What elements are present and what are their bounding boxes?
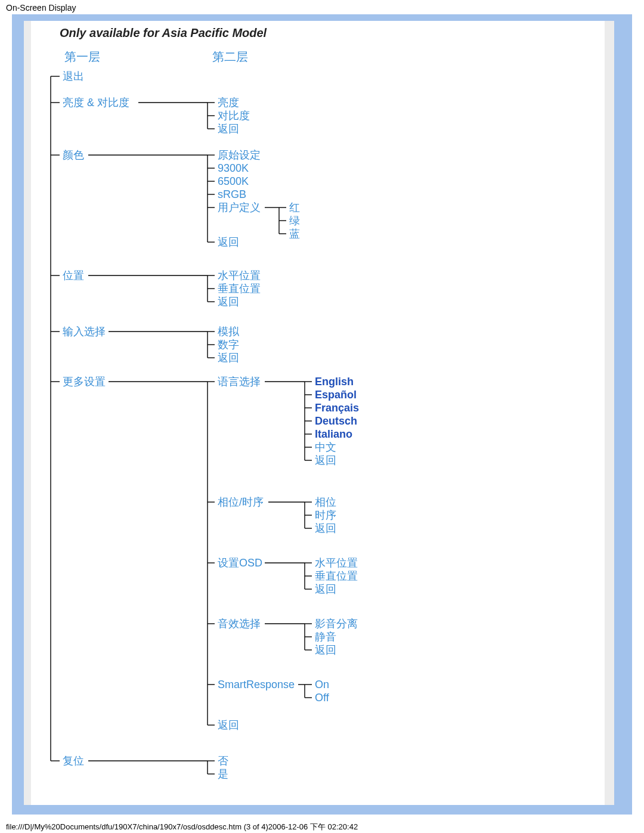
col2-osd: 设置OSD [218,557,262,569]
col3-return-ph: 返回 [315,522,336,534]
col2-return5: 返回 [218,719,239,731]
col2-k65: 6500K [218,175,249,187]
col2-analog: 模拟 [218,326,240,337]
col3-return-au: 返回 [315,644,336,656]
col3-b: 蓝 [289,228,300,240]
col2-yes: 是 [218,768,228,780]
col2-srgb: sRGB [218,188,246,200]
col3-en: English [315,376,354,388]
col2-lang: 语言选择 [218,376,261,388]
col2-user: 用户定义 [218,202,261,213]
col3-return-osd: 返回 [315,583,336,595]
col2-vpos: 垂直位置 [218,283,261,295]
col3-ph: 相位 [315,496,336,508]
col3-sep: 影音分离 [315,618,358,630]
col3-mute: 静音 [315,631,336,643]
col3-clk: 时序 [315,509,336,521]
col3-es: Español [315,389,357,401]
col2-audio: 音效选择 [218,618,261,630]
col3-cn: 中文 [315,441,336,453]
col3-it: Italiano [315,428,352,440]
col2-contrast: 对比度 [218,110,250,122]
col2-return3: 返回 [218,296,239,308]
col2-k93: 9300K [218,162,249,174]
page: On-Screen Display Only available for Asi… [0,0,644,833]
col2-return4: 返回 [218,352,239,364]
col1-more: 更多设置 [63,376,106,388]
col1-bright: 亮度 & 对比度 [63,97,129,109]
col2-brightness: 亮度 [218,97,239,109]
col1-exit: 退出 [63,70,84,82]
col2-return2: 返回 [218,236,239,248]
col3-on: On [315,679,329,690]
col2-return1: 返回 [218,123,239,135]
col3-return-lang: 返回 [315,454,336,466]
col3-r: 红 [289,202,300,213]
col3-off: Off [315,692,330,704]
col2-phase: 相位/时序 [218,496,264,508]
col1-input: 输入选择 [63,326,106,337]
col1-pos: 位置 [63,270,84,281]
col3-de: Deutsch [315,415,357,427]
col2-digital: 数字 [218,339,239,351]
col2-orig: 原始设定 [218,149,261,161]
col1-color: 颜色 [63,149,84,161]
col1-reset: 复位 [63,755,84,767]
col2-hpos: 水平位置 [218,270,261,281]
col3-g: 绿 [289,215,300,227]
tree-diagram: 退出 亮度 & 对比度 颜色 位置 输入选择 更多设置 复位 亮度 对比度 返回… [0,0,644,833]
col3-fr: Français [315,402,359,414]
col2-smart: SmartResponse [218,679,295,690]
col3-vpos: 垂直位置 [315,570,358,582]
col2-no: 否 [218,755,228,767]
col3-hpos: 水平位置 [315,557,358,569]
footer-path: file:///D|/My%20Documents/dfu/190X7/chin… [6,822,358,832]
